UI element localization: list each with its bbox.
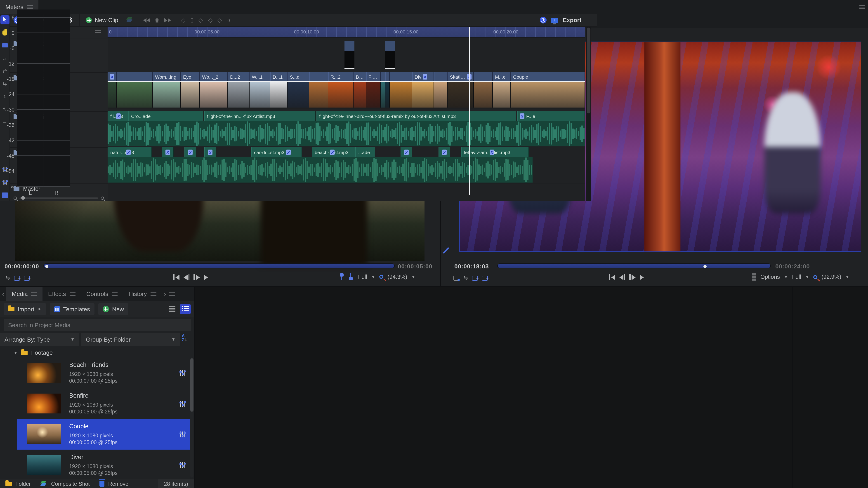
audio-clip[interactable]: x natur...mp3 [107, 147, 152, 157]
video-clip[interactable]: Fi...er [366, 72, 381, 81]
new-button[interactable]: New [98, 303, 128, 315]
audio-panel-toggle[interactable] [0, 191, 9, 199]
viewer-fit-mode[interactable]: Full [792, 274, 801, 280]
timeline-zoom-slider[interactable] [20, 197, 98, 199]
video-clip[interactable] [385, 41, 395, 69]
track-lane-master[interactable] [107, 184, 585, 194]
audio-clip[interactable]: x F...e [517, 111, 585, 121]
loop-playback-icon[interactable]: ⇆ [5, 275, 10, 281]
arrange-by-dropdown[interactable]: Arrange By: Type▼ [0, 333, 79, 346]
media-list-item[interactable]: Couple 1920 × 1080 pixels 00:00:05:00 @ … [17, 419, 190, 450]
export-frame-icon[interactable]: → [472, 275, 478, 281]
audio-clip[interactable]: x [204, 147, 216, 157]
overlay-to-timeline-icon[interactable]: → [24, 275, 30, 281]
zoom-slider-handle[interactable] [21, 196, 25, 200]
detail-view-icon[interactable] [180, 304, 191, 314]
track-lane-video2[interactable] [107, 38, 585, 72]
panel-menu-icon[interactable] [112, 292, 118, 296]
export-button[interactable]: Export [563, 17, 581, 24]
export-in-out-icon[interactable]: → [482, 275, 488, 281]
video-clip[interactable]: Couple [511, 72, 585, 81]
clip-properties-icon[interactable] [180, 431, 185, 437]
video-clip[interactable]: R...2 [328, 72, 353, 81]
record-marker-icon[interactable]: ◉ [154, 17, 160, 24]
trimmer-zoom-percent[interactable]: (94.3%) [388, 273, 407, 280]
video-clip[interactable] [474, 72, 493, 81]
audio-clip[interactable]: x fli...p3 [107, 111, 128, 121]
video-clip[interactable]: Eye [181, 72, 200, 81]
media-panel-tab[interactable]: History [123, 287, 162, 301]
loop-playback-icon[interactable]: ⇆ [463, 275, 468, 281]
tracks-menu-icon[interactable] [95, 30, 101, 34]
video-clip[interactable] [434, 72, 447, 81]
search-input[interactable] [4, 319, 191, 331]
previous-frame-button[interactable] [619, 274, 625, 280]
disclosure-triangle-icon[interactable]: ▼ [13, 350, 18, 355]
import-button[interactable]: Import ▼ [4, 303, 46, 315]
trimmer-playhead-handle[interactable] [45, 265, 49, 268]
new-clip-button[interactable]: New Clip [86, 17, 118, 24]
panel-menu-icon[interactable] [151, 292, 156, 296]
video-clip[interactable]: D...1 [270, 72, 287, 81]
video-clip[interactable] [381, 72, 385, 81]
video-clip[interactable] [309, 72, 328, 81]
audio-clip[interactable]: x [162, 147, 174, 157]
clip-properties-icon[interactable] [180, 370, 185, 376]
audio-clip[interactable]: x tel-aviv-am...rtlist.mp3 [461, 147, 529, 157]
media-panel-tab[interactable]: Effects [43, 287, 81, 301]
fast-forward-icon[interactable] [164, 18, 171, 22]
keyframe-icon[interactable]: ◇ [198, 17, 203, 24]
remove-label[interactable]: Remove [108, 481, 128, 487]
panel-menu-icon[interactable] [31, 292, 37, 296]
video-clip[interactable]: S...d [287, 72, 309, 81]
tabs-scroll-left-icon[interactable]: ‹ [0, 287, 6, 301]
options-dropdown-icon[interactable]: ▼ [784, 275, 788, 279]
track-lane-video1[interactable]: x Wom...ing [107, 72, 585, 108]
timeline[interactable]: 000:00:05:0000:00:10:0000:00:15:0000:00:… [107, 27, 585, 201]
composite-shot-icon[interactable] [41, 481, 48, 487]
clip-properties-icon[interactable] [180, 462, 185, 468]
fit-mode-dropdown-icon[interactable]: ▼ [371, 274, 375, 279]
trimmer-fit-mode[interactable]: Full [358, 273, 367, 280]
view-layout-icon[interactable] [752, 273, 756, 281]
overlay-edit-icon[interactable] [349, 273, 354, 280]
viewer-zoom-percent[interactable]: (92.9%) [822, 274, 841, 280]
next-frame-button[interactable] [629, 274, 636, 280]
viewer-playhead-handle[interactable] [704, 265, 707, 268]
video-clip[interactable] [117, 72, 153, 81]
timeline-playhead[interactable] [469, 27, 470, 195]
media-panel-tab[interactable]: Media [6, 287, 43, 301]
media-list-item[interactable]: Bonfire 1920 × 1080 pixels 00:00:05:00 @… [17, 388, 190, 419]
new-folder-label[interactable]: Folder [16, 481, 31, 487]
video-clip[interactable]: x Div [412, 72, 434, 81]
composite-shot-label[interactable]: Composite Shot [51, 481, 90, 487]
panel-menu-icon[interactable] [169, 292, 175, 296]
audio-clip[interactable]: x [401, 147, 412, 157]
media-list-item[interactable]: Diver 1920 × 1080 pixels 00:00:05:00 @ 2… [17, 450, 190, 480]
play-button[interactable] [204, 274, 208, 280]
rewind-icon[interactable] [143, 18, 150, 22]
timeline-ruler[interactable]: 000:00:05:0000:00:10:0000:00:15:0000:00:… [107, 27, 585, 37]
templates-button[interactable]: Templates [50, 303, 95, 315]
list-view-icon[interactable] [168, 306, 176, 312]
half-transition-icon[interactable]: ◑ [227, 17, 230, 24]
media-panel-tab[interactable]: Controls [81, 287, 123, 301]
zoom-out-icon[interactable] [13, 196, 17, 199]
trimmer-scrubber[interactable] [43, 263, 395, 268]
timeline-vertical-scrollbar[interactable] [586, 27, 591, 201]
import-dropdown-icon[interactable]: ▼ [37, 307, 42, 311]
video-clip[interactable]: D...2 [228, 72, 250, 81]
audio-clip[interactable]: flight-of-the-inner-bird---out-of-flux-r… [316, 111, 516, 121]
video-clip[interactable]: x Skating [447, 72, 474, 81]
audio-clip[interactable]: Cro...ade [128, 111, 204, 121]
audio-clip[interactable]: x [184, 147, 196, 157]
next-frame-button[interactable] [193, 274, 199, 280]
tabs-scroll-right-icon[interactable]: › [162, 287, 168, 301]
go-to-start-button[interactable] [609, 274, 615, 280]
rolling-edit-tool[interactable]: ⇄ [0, 66, 9, 75]
go-to-start-button[interactable] [173, 274, 179, 280]
audio-clip[interactable]: x beach-...ist.mp3 [312, 147, 355, 157]
remove-icon[interactable] [100, 481, 105, 487]
fit-mode-dropdown-icon[interactable]: ▼ [805, 275, 809, 279]
play-button[interactable] [640, 274, 644, 280]
